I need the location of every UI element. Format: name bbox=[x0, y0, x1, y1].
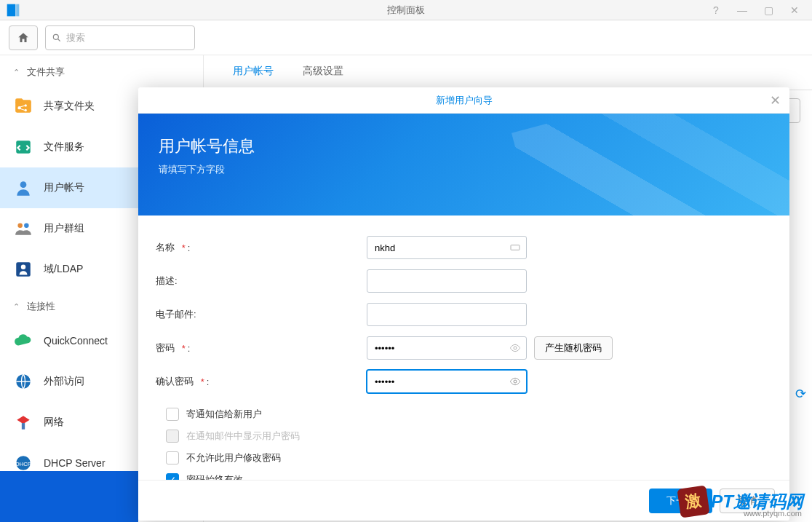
svg-rect-4 bbox=[15, 102, 31, 113]
svg-line-3 bbox=[58, 39, 60, 41]
globe-icon bbox=[13, 371, 33, 392]
eye-icon[interactable] bbox=[509, 342, 521, 354]
modal-footer: 下一步 取消 bbox=[138, 480, 789, 521]
sidebar-item-label: 文件服务 bbox=[44, 141, 84, 154]
sidebar-item-label: DHCP Server bbox=[44, 457, 106, 469]
group-icon bbox=[13, 218, 33, 239]
desc-input[interactable] bbox=[367, 269, 527, 293]
svg-rect-15 bbox=[22, 423, 25, 430]
notify-check-row[interactable]: 寄通知信给新用户 bbox=[156, 403, 772, 425]
email-label: 电子邮件: bbox=[156, 308, 367, 321]
name-input[interactable] bbox=[367, 236, 527, 259]
desc-label: 描述: bbox=[156, 274, 367, 288]
svg-point-13 bbox=[21, 265, 26, 270]
show-pw-check-row: 在通知邮件中显示用户密码 bbox=[156, 425, 772, 447]
toolbar-search[interactable] bbox=[45, 25, 195, 50]
new-user-wizard-modal: 新增用户向导 ✕ 用户帐号信息 请填写下方字段 名称 *: 描述: 电子邮件: … bbox=[138, 87, 789, 521]
next-button[interactable]: 下一步 bbox=[649, 489, 712, 513]
tabs: 用户帐号 高级设置 bbox=[204, 55, 812, 90]
home-button[interactable] bbox=[9, 25, 38, 50]
sidebar-item-label: 外部访问 bbox=[44, 375, 84, 388]
sidebar-section-label: 连接性 bbox=[27, 300, 55, 313]
close-icon[interactable]: ✕ bbox=[786, 1, 803, 19]
bottom-bar bbox=[0, 471, 138, 522]
password-label: 密码 *: bbox=[156, 341, 367, 355]
password-input[interactable] bbox=[367, 336, 527, 360]
sidebar-item-label: 用户群组 bbox=[44, 222, 84, 235]
sidebar-item-label: 网络 bbox=[44, 416, 64, 429]
deny-change-checkbox[interactable] bbox=[166, 451, 179, 464]
sidebar-item-label: QuickConnect bbox=[44, 335, 108, 347]
sidebar-section-file[interactable]: ⌃ 文件共享 bbox=[0, 55, 203, 86]
generate-password-button[interactable]: 产生随机密码 bbox=[534, 336, 613, 360]
ldap-icon bbox=[13, 259, 33, 280]
tab-advanced[interactable]: 高级设置 bbox=[288, 55, 358, 90]
sidebar-item-label: 用户帐号 bbox=[44, 181, 84, 194]
show-pw-checkbox bbox=[166, 430, 179, 443]
dhcp-icon: DHCP bbox=[13, 453, 33, 473]
deny-change-label: 不允许此用户修改密码 bbox=[186, 451, 281, 464]
svg-text:DHCP: DHCP bbox=[15, 461, 31, 467]
network-icon bbox=[13, 412, 33, 432]
name-label: 名称 *: bbox=[156, 241, 367, 254]
svg-rect-0 bbox=[7, 4, 16, 16]
show-pw-label: 在通知邮件中显示用户密码 bbox=[186, 430, 300, 443]
notify-checkbox[interactable] bbox=[166, 408, 179, 421]
always-valid-checkbox[interactable]: ✓ bbox=[166, 473, 179, 480]
top-toolbar bbox=[0, 20, 812, 55]
svg-point-10 bbox=[17, 223, 23, 228]
modal-body: 名称 *: 描述: 电子邮件: 密码 *: 产生随机密码 确认密码 *: bbox=[138, 215, 789, 480]
sidebar-item-label: 域/LDAP bbox=[44, 263, 83, 276]
modal-title: 新增用户向导 bbox=[436, 94, 493, 107]
modal-banner: 用户帐号信息 请填写下方字段 bbox=[138, 114, 789, 215]
toolbar-search-input[interactable] bbox=[66, 32, 188, 43]
svg-rect-18 bbox=[511, 245, 520, 250]
sidebar-section-label: 文件共享 bbox=[27, 66, 65, 79]
email-input[interactable] bbox=[367, 303, 527, 326]
minimize-icon[interactable]: — bbox=[733, 1, 751, 19]
always-valid-check-row[interactable]: ✓ 密码始终有效 bbox=[156, 469, 772, 480]
svg-point-9 bbox=[20, 181, 27, 188]
svg-point-11 bbox=[24, 223, 29, 228]
chevron-up-icon: ⌃ bbox=[13, 68, 20, 77]
banner-title: 用户帐号信息 bbox=[159, 135, 769, 157]
refresh-icon[interactable]: ⟳ bbox=[795, 386, 806, 402]
confirm-password-input[interactable] bbox=[367, 370, 527, 393]
app-icon bbox=[0, 0, 26, 20]
folder-share-icon bbox=[13, 96, 33, 116]
cloud-icon bbox=[13, 331, 33, 351]
help-icon[interactable]: ? bbox=[707, 1, 725, 19]
svg-point-2 bbox=[53, 34, 58, 39]
modal-close-button[interactable]: ✕ bbox=[770, 92, 781, 108]
search-icon bbox=[52, 33, 62, 43]
user-icon bbox=[13, 178, 33, 198]
confirm-label: 确认密码 *: bbox=[156, 375, 367, 388]
svg-rect-1 bbox=[16, 4, 19, 16]
deny-change-check-row[interactable]: 不允许此用户修改密码 bbox=[156, 447, 772, 469]
eye-icon[interactable] bbox=[509, 376, 521, 387]
chevron-up-icon: ⌃ bbox=[13, 302, 20, 312]
sidebar-item-label: 共享文件夹 bbox=[44, 100, 95, 113]
svg-point-23 bbox=[514, 347, 517, 349]
maximize-icon[interactable]: ▢ bbox=[760, 1, 777, 19]
cancel-button[interactable]: 取消 bbox=[720, 489, 775, 513]
svg-point-24 bbox=[514, 380, 517, 383]
window-title: 控制面板 bbox=[387, 4, 425, 17]
modal-header: 新增用户向导 ✕ bbox=[138, 87, 789, 114]
notify-label: 寄通知信给新用户 bbox=[186, 408, 262, 421]
always-valid-label: 密码始终有效 bbox=[186, 473, 243, 480]
file-service-icon bbox=[13, 137, 33, 157]
banner-subtitle: 请填写下方字段 bbox=[159, 163, 769, 176]
tab-user[interactable]: 用户帐号 bbox=[218, 55, 288, 90]
keyboard-icon bbox=[509, 242, 521, 253]
titlebar: 控制面板 ? — ▢ ✕ bbox=[0, 0, 812, 20]
